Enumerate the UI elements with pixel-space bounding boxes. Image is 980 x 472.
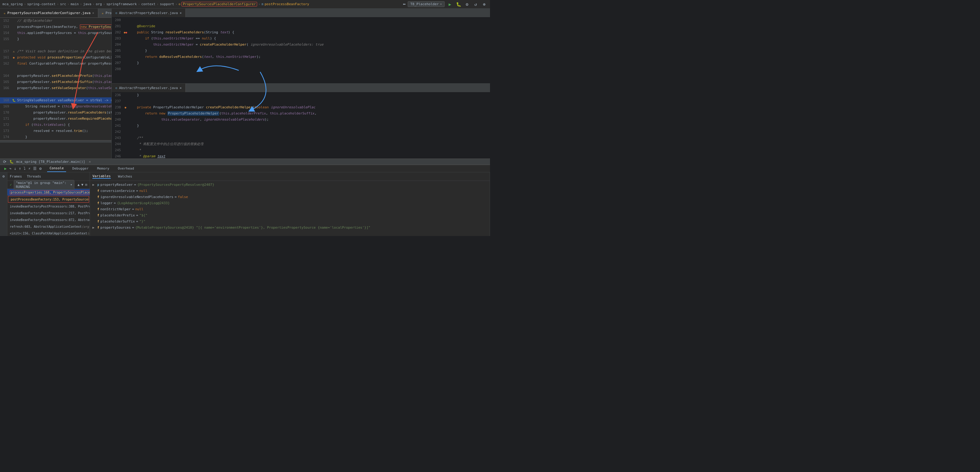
threads-tab[interactable]: Threads [27, 175, 41, 178]
frame-item-3[interactable]: invokeBeanFactoryPostProcessors:217, Pos… [7, 210, 90, 216]
debug-panel: ⟳ 🐛 mca_spring [T8_Placeholder.main()] ×… [0, 159, 490, 235]
java-file-icon-2: ☕ [102, 11, 104, 15]
code-line-165: 165 propertyResolver.setPlaceholderSuffi… [0, 79, 111, 85]
horizontal-scrollbar-left[interactable] [0, 140, 111, 143]
run-button[interactable]: ▶ [447, 1, 453, 8]
refresh-button[interactable]: ↺ [472, 1, 479, 8]
debug-settings-icon[interactable]: ⚙ [2, 174, 5, 178]
vars-toolbar: Variables Watches [90, 172, 490, 181]
step-over-icon[interactable]: ↷ [9, 165, 12, 172]
debug-tab-debugger[interactable]: Debugger [70, 165, 91, 172]
tab-property-sources[interactable]: ☕ PropertySourcesPlaceholderConfigurer.j… [0, 9, 98, 17]
run-to-cursor-icon[interactable]: ⤵ [23, 165, 26, 172]
dropdown-arrow: ▾ [70, 183, 73, 187]
debug-session-label: mca_spring [T8_Placeholder.main()] [16, 160, 85, 164]
interface-icon-2: ⊙ [115, 86, 117, 90]
var-placeholder-suffix: f placeholderSuffix = "}" [90, 218, 490, 224]
rb-line-239: 239 return new PropertyPlaceholderHelper… [112, 111, 490, 117]
breadcrumb-bar: mca_spring › spring-context › src › main… [0, 0, 490, 9]
var-icon-f2: f [97, 195, 99, 199]
debug-session-icon: 🐛 [10, 160, 14, 164]
debug-session-close[interactable]: × [89, 160, 91, 164]
frame-item-1[interactable]: postProcessBeanFactory:153, PropertySour… [8, 196, 89, 203]
tab-close-bottom[interactable]: × [180, 86, 182, 90]
breadcrumb-part-1: mca_spring [2, 2, 23, 6]
code-line-168: 168 🐛 StringValueResolver valueResolver … [0, 97, 111, 103]
var-non-strict-helper: f nonStrictHelper = null [90, 206, 490, 212]
settings-icon[interactable]: ⚙ [38, 165, 42, 172]
step-over-icon[interactable]: ⟳ [2, 159, 7, 165]
debug-tab-overhead[interactable]: Overhead [115, 165, 137, 172]
tab-property-placeholder[interactable]: ☕ PropertyPlaceholderHelper.java × [98, 9, 112, 17]
code-line-173: 173 resolved = resolved.trim(); [0, 128, 111, 134]
code-line-172: 172 if (this.trimValues) { [0, 122, 111, 128]
code-line-155: 155 } [0, 36, 111, 42]
frames-tab[interactable]: Frames [10, 175, 22, 178]
debug-content: ⚙ Frames Threads ✓ "main"@1 in group "ma… [0, 172, 490, 236]
right-top-code: 200 201 @Override 202 ●● [112, 17, 490, 72]
left-code-area: 152 // 处理placeholder 153 processProperti… [0, 18, 111, 140]
tab-label: AbstractPropertyResolver.java [119, 11, 178, 15]
tab-abstract-property-resolver-top[interactable]: ⊙ AbstractPropertyResolver.java × [112, 9, 186, 17]
var-conversion-service: f conversionService = null [90, 188, 490, 194]
resume-icon[interactable]: ▶ [4, 165, 7, 172]
var-icon-f6: f [97, 220, 99, 223]
rb-line-245: 245 * [112, 147, 490, 153]
variable-list: ▶ p propertyResolver = {PropertySourcesP… [90, 181, 490, 236]
code-line-162: 162 final ConfigurablePropertyResolver p… [0, 60, 111, 67]
new-resolver-highlight: new PropertySourcesPropertyResolver(this… [80, 24, 111, 29]
watches-tab[interactable]: Watches [118, 175, 132, 178]
frame-item-2[interactable]: invokeBeanFactoryPostProcessors:388, Pos… [7, 203, 90, 210]
frame-item-4[interactable]: invokeBeanFactoryPostProcessors:872, Abs… [7, 216, 90, 223]
code-line-blank1 [0, 42, 111, 48]
right-bottom-tab-bar: ⊙ AbstractPropertyResolver.java × [112, 84, 490, 92]
var-property-resolver: ▶ p propertyResolver = {PropertySourcesP… [90, 181, 490, 188]
frame-item-6[interactable]: <init>:156, ClassPathXmlApplicationConte… [7, 230, 90, 236]
var-icon-f4: f [97, 208, 99, 211]
var-icon-f3: f [97, 202, 99, 205]
breadcrumb-class[interactable]: PropertySourcesPlaceholderConfigurer [181, 2, 257, 6]
java-file-icon: ☕ [4, 11, 5, 15]
code-line-174: 174 } [0, 134, 111, 140]
debug-tab-memory[interactable]: Memory [95, 165, 112, 172]
debug-tab-console[interactable]: Console [47, 165, 66, 172]
right-split: ⊙ AbstractPropertyResolver.java × 200 20… [112, 9, 490, 159]
expand-icon[interactable]: ▲ [78, 183, 80, 187]
right-line-207: 207 } [112, 60, 490, 66]
variables-tab[interactable]: Variables [92, 174, 111, 179]
extra-button[interactable]: ⊕ [481, 1, 488, 8]
code-line-171: 171 propertyResolver.resolveRequiredPlac… [0, 116, 111, 122]
code-line-161: 161 ● protected void processProperties(C… [0, 54, 111, 60]
debug-action-icons: ▶ ↷ ↓ ↑ ⤵ ⚡ ☰ ⚙ [2, 165, 43, 172]
debug-button[interactable]: 🐛 [455, 1, 462, 8]
filter-icon[interactable]: ⊟ [85, 183, 87, 187]
breadcrumb-part-7: springframework [106, 2, 137, 6]
frame-item-0[interactable]: processProperties:168, PropertySourcesPl… [7, 189, 90, 195]
thread-name: "main"@1 in group "main": RUNNING [16, 181, 69, 189]
tab-close-top[interactable]: × [180, 11, 182, 15]
collapse-icon[interactable]: ▼ [81, 183, 84, 187]
tab-close-icon[interactable]: × [92, 11, 94, 15]
more-options-button[interactable]: ⚙ [464, 1, 471, 8]
thread-dropdown[interactable]: "main"@1 in group "main": RUNNING ▾ [14, 180, 75, 190]
tab-label: AbstractPropertyResolver.java [119, 86, 178, 90]
evaluate-icon[interactable]: ⚡ [27, 165, 31, 172]
navigate-back-icon[interactable]: ⬅ [403, 1, 406, 7]
left-tab-bar: ☕ PropertySourcesPlaceholderConfigurer.j… [0, 9, 111, 18]
thread-selector[interactable]: ✓ "main"@1 in group "main": RUNNING ▾ ▲ … [7, 181, 90, 189]
step-into-icon[interactable]: ↓ [13, 165, 17, 172]
tab-label: PropertySourcesPlaceholderConfigurer.jav… [7, 11, 91, 15]
tab-label-2: PropertyPlaceholderHelper.java [106, 11, 112, 15]
frame-item-5[interactable]: refresh:603, AbstractApplicationContext … [7, 223, 90, 230]
breadcrumb-part-9: support [160, 2, 174, 6]
var-icon-f5: f [97, 214, 99, 217]
breadcrumb-method[interactable]: postProcessBeanFactory [265, 2, 309, 6]
step-out-icon[interactable]: ↑ [18, 165, 22, 172]
frames-icon[interactable]: ☰ [32, 165, 37, 172]
thread-check-icon: ✓ [10, 183, 12, 187]
rb-line-238: 238 ● private PropertyPlaceholderHelper … [112, 104, 490, 111]
right-top-editor: ⊙ AbstractPropertyResolver.java × 200 20… [112, 9, 490, 84]
run-config-dropdown[interactable]: T8_Placeholder ▾ [408, 1, 445, 7]
var-property-sources: ▶ f propertySources = {MutablePropertySo… [90, 224, 490, 230]
tab-abstract-property-resolver-bottom[interactable]: ⊙ AbstractPropertyResolver.java × [112, 84, 186, 92]
